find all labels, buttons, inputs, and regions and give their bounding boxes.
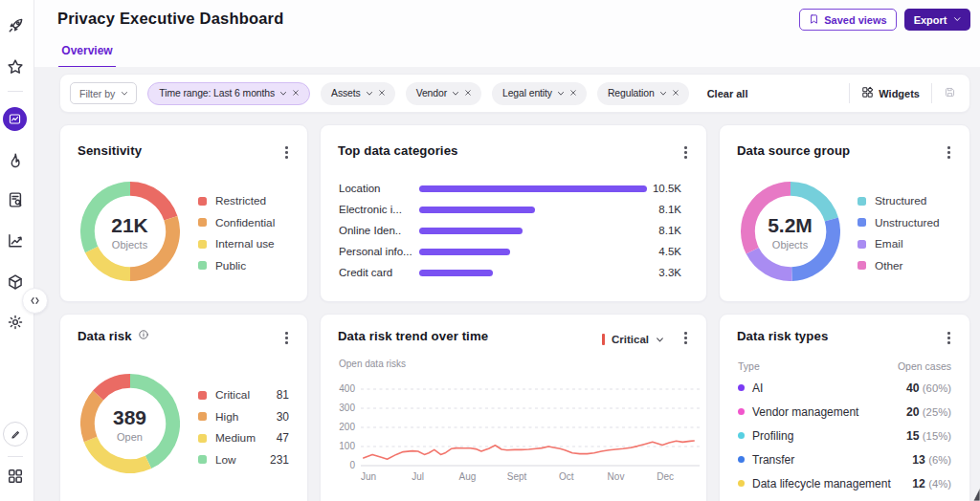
legend-value: 81 [277,388,289,402]
tab-overview[interactable]: Overview [58,44,116,68]
sidebar-item-cube-icon[interactable] [7,273,24,291]
kebab-menu-icon[interactable] [684,146,687,161]
chip-label: Assets [331,88,361,98]
close-icon[interactable] [464,89,473,98]
main-area: Privacy Executive Dashboard Saved views … [34,0,980,501]
widgets-button[interactable]: Widgets [850,86,931,100]
sidebar-item-flame-icon[interactable] [7,152,24,169]
sidebar-item-document-search-icon[interactable] [7,191,24,208]
card-top-data-categories: Top data categories Location10.5KElectro… [320,124,707,302]
sidebar-collapse-button[interactable] [22,288,48,314]
save-icon [944,85,956,102]
legend-item: Structured [858,190,940,212]
legend-item: Medium47 [198,427,289,449]
chevron-down-icon [557,90,565,98]
filter-chip-legal-entity[interactable]: Legal entity [492,82,587,105]
close-icon[interactable] [569,89,578,98]
legend-item: Unstructured [858,212,940,234]
legend-value: 231 [270,453,289,467]
row-dot [738,456,745,463]
row-value: 13 (6%) [912,453,951,467]
legend-label: Other [875,259,903,272]
sidebar [0,0,34,501]
legend-label: Confidential [215,216,275,229]
legend-swatch [198,197,207,206]
close-icon[interactable] [672,89,680,98]
sidebar-divider [8,91,23,92]
row-percent: (60%) [923,382,951,394]
sidebar-item-pencil-icon[interactable] [3,422,28,447]
legend-item: Internal use [198,233,275,255]
chevron-down-icon [279,90,287,98]
saved-views-button[interactable]: Saved views [799,9,896,31]
bar-label: Personal info... [339,246,419,257]
legend-value: 30 [277,410,289,424]
sidebar-divider [8,456,23,457]
chart-legend: Critical81High30Medium47Low231 [198,384,289,470]
close-icon[interactable] [292,89,301,98]
row-percent: (15%) [923,430,951,442]
save-layout-button[interactable] [932,85,958,102]
legend-swatch [198,218,207,227]
row-label: Transfer [752,453,794,467]
chip-label: Regulation [608,88,655,98]
bar-row: Credit card3.3K [339,262,681,283]
row-value: 15 (15%) [906,429,951,443]
row-percent: (4%) [928,478,951,490]
card-title: Data source group [737,143,850,158]
legend-label: Restricted [215,194,266,207]
donut-center-value: 5.2M [747,215,834,235]
card-title-text: Data risk types [737,329,828,343]
x-tick-label: Jun [349,471,388,482]
legend-swatch [858,218,866,227]
chart-legend: StructuredUnstructuredEmailOther [858,190,940,276]
legend-item: Public [198,255,275,277]
legend-label: High [215,410,238,424]
filter-by-select[interactable]: Filter by [70,82,137,104]
kebab-menu-icon[interactable] [947,332,950,346]
card-title: Data risk [78,329,149,343]
legend-item: Low231 [198,449,289,471]
x-tick-label: Oct [547,471,586,482]
chevron-down-icon [121,88,128,99]
close-icon[interactable] [378,89,387,98]
bar-value: 8.1K [647,204,681,215]
legend-swatch [198,434,207,443]
card-data-risk: Data risk 389OpenCritical81High30Medium4… [59,314,308,501]
filter-chip-vendor[interactable]: Vendor [406,82,481,105]
bar-value: 10.5K [647,183,681,194]
risk-types-table: AI40 (60%)Vendor management20 (25%)Profi… [738,376,951,495]
bar-zone [419,228,647,234]
x-tick-label: Jul [399,471,437,482]
page-header: Privacy Executive Dashboard Saved views … [34,0,980,67]
bar-value: 4.5K [647,246,681,257]
card-title-text: Sensitivity [78,143,142,158]
filter-chip-time-range-last-6-months[interactable]: Time range: Last 6 months [147,82,310,105]
legend-label: Structured [875,194,926,207]
filter-chip-assets[interactable]: Assets [321,82,395,105]
legend-label: Critical [215,388,250,402]
sidebar-item-trend-icon[interactable] [7,232,24,250]
sidebar-item-rocket-icon[interactable] [7,17,24,34]
bar-zone [419,185,647,192]
filter-by-label: Filter by [79,88,115,99]
legend-swatch [198,412,207,421]
chevron-down-icon [953,14,962,26]
sidebar-item-star-icon[interactable] [7,58,24,76]
row-label: Profiling [752,429,793,443]
sidebar-item-grid-icon[interactable] [7,468,24,485]
sidebar-item-dashboard-icon-active[interactable] [3,107,27,131]
export-button[interactable]: Export [904,9,970,31]
sidebar-item-gear-icon[interactable] [7,314,24,331]
row-label: Data lifecycle management [752,477,891,490]
filter-chip-regulation[interactable]: Regulation [597,82,689,105]
donut-center: 5.2MObjects [747,215,834,251]
table-row: Vendor management20 (25%) [738,400,951,424]
legend-swatch [858,197,866,206]
kebab-menu-icon[interactable] [285,146,288,161]
kebab-menu-icon[interactable] [947,146,950,161]
clear-all-button[interactable]: Clear all [707,88,748,99]
cards-grid: Sensitivity 21KObjectsRestrictedConfiden… [59,124,970,501]
donut-center-value: 389 [87,407,173,427]
kebab-menu-icon[interactable] [285,332,288,346]
